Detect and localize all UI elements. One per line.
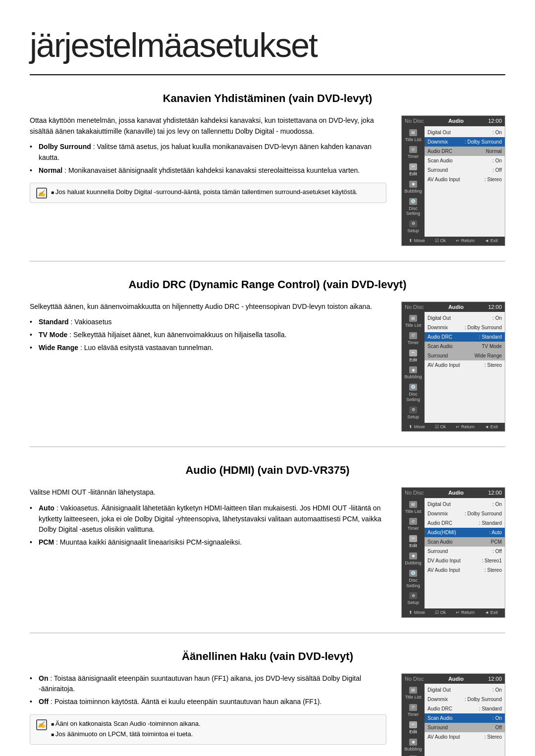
scan-bullets: On : Toistaa äänisignaalit eteenpäin suu…: [30, 673, 386, 707]
tv-footer: ⬆ Move ☑ Ok ↩ Return ◄ Exit: [402, 423, 505, 432]
tv-ui-body: ▤Title List ⏱Timer ✏Edit ◉Bubbling 💿Disc…: [402, 126, 505, 237]
section-scan-ui: No Disc Audio 12:00 ▤Title List ⏱Timer ✏…: [401, 673, 505, 756]
sidebar-edit: ✏Edit: [402, 348, 425, 365]
tv-time: 12:00: [488, 117, 502, 125]
tv-main: Digital Out: On Downmix: Dolby Surround …: [425, 684, 505, 756]
tv-row: Audio DRC: Standard: [425, 518, 505, 528]
tv-row-option: SurroundOff: [425, 723, 505, 732]
section-kanavien-text: Ottaa käyttöön menetelmän, jossa kanavat…: [30, 115, 386, 210]
sidebar-setup: ⚙Setup: [402, 590, 425, 607]
tv-ui-hdmi: No Disc Audio 12:00 ▤Title List ⏱Timer ✏…: [401, 487, 505, 618]
tv-footer: ⬆ Move ☑ Ok ↩ Return ◄ Exit: [402, 608, 505, 617]
title-list-icon: ▤: [409, 129, 417, 136]
tv-time: 12:00: [488, 303, 502, 311]
section-scan: On : Toistaa äänisignaalit eteenpäin suu…: [30, 673, 505, 756]
sidebar-edit: ✏Edit: [402, 533, 425, 551]
divider: [30, 447, 505, 447]
sidebar-setup: ⚙Setup: [402, 404, 425, 422]
sidebar-bubbling: ◉Bubbling: [402, 737, 425, 754]
tv-time: 12:00: [488, 489, 502, 497]
edit-icon: ✏: [409, 350, 417, 356]
sidebar-disc: 💿Disc Setting: [402, 568, 425, 591]
sidebar-bubbling: ◉Bubbling: [402, 364, 425, 382]
footer-return: ↩ Return: [456, 424, 475, 431]
timer-icon: ⏱: [409, 704, 417, 711]
section-title-kanavien: Kanavien Yhdistäminen (vain DVD-levyt): [30, 90, 505, 106]
bullet-item: Wide Range : Luo elävää esitystä vastaav…: [30, 343, 386, 353]
sidebar-timer: ⏱Timer: [402, 330, 425, 348]
tv-ui-header: No Disc Audio 12:00: [402, 488, 505, 498]
sidebar-timer: ⏱Timer: [402, 702, 425, 719]
title-list-icon: ▤: [409, 501, 417, 508]
tv-row: Digital Out: On: [425, 313, 505, 323]
tv-row: Surround: Off: [425, 547, 505, 556]
sidebar-timer: ⏱Timer: [402, 144, 425, 161]
section-audiodrc-text: Selkeyttää äänen, kun äänenvoimakkuutta …: [30, 302, 386, 358]
divider: [30, 633, 505, 633]
dubbing-icon: ◉: [409, 553, 417, 559]
tv-disc-label: No Disc: [405, 489, 424, 497]
note-icon: ✍: [36, 719, 47, 730]
tv-sidebar: ▤Title List ⏱Timer ✏Edit ◉Dubbing 💿Disc …: [402, 498, 425, 609]
footer-ok: ☑ Ok: [435, 424, 446, 431]
setup-icon: ⚙: [409, 220, 417, 227]
footer-exit: ◄ Exit: [484, 424, 497, 431]
tv-main: Digital Out: On Downmix: Dolby Surround …: [425, 126, 505, 237]
title-list-icon: ▤: [409, 687, 417, 694]
tv-row: AV Audio Input: Stereo: [425, 175, 505, 184]
bubbling-icon: ◉: [409, 366, 417, 373]
bullet-item: TV Mode : Selkeyttää hiljaiset äänet, ku…: [30, 330, 386, 341]
tv-row-highlight: Audio DRC: Standard: [425, 332, 505, 342]
sidebar-title-list: ▤Title List: [402, 127, 425, 145]
tv-audio-label: Audio: [448, 675, 464, 683]
footer-ok: ☑ Ok: [435, 238, 446, 245]
tv-row: Scan Audio: On: [425, 156, 505, 165]
section-scan-text: On : Toistaa äänisignaalit eteenpäin suu…: [30, 673, 386, 752]
section-title-hdmi: Audio (HDMI) (vain DVD-VR375): [30, 462, 505, 478]
sidebar-disc: 💿Disc Setting: [402, 382, 425, 404]
bullet-item: Standard : Vakioasetus: [30, 317, 386, 328]
sidebar-edit: ✏Edit: [402, 719, 425, 737]
bullet-item: PCM : Muuntaa kaikki äänisignaalit linea…: [30, 537, 386, 548]
page-title: järjestelmäasetukset: [30, 20, 505, 75]
section-audiodrc-ui: No Disc Audio 12:00 ▤Title List ⏱Timer ✏…: [401, 302, 505, 432]
footer-move: ⬆ Move: [409, 238, 425, 245]
sidebar-setup: ⚙Setup: [402, 218, 425, 236]
tv-ui-header: No Disc Audio 12:00: [402, 674, 505, 684]
note-icon: ✍: [36, 188, 47, 199]
tv-main: Digital Out: On Downmix: Dolby Surround …: [425, 498, 505, 609]
sidebar-bubbling: ◉Bubbling: [402, 179, 425, 196]
tv-audio-label: Audio: [448, 489, 464, 497]
tv-row-highlight: Scan Audio: On: [425, 713, 505, 723]
edit-icon: ✏: [409, 163, 417, 170]
hdmi-body: Valitse HDMI OUT -liitännän lähetystapa.: [30, 487, 386, 498]
footer-ok: ☑ Ok: [435, 609, 446, 616]
bullet-item: Dolby Surround : Valitse tämä asetus, jo…: [30, 142, 386, 163]
tv-main: Digital Out: On Downmix: Dolby Surround …: [425, 312, 505, 423]
tv-disc-label: No Disc: [405, 303, 424, 311]
sidebar-title-list: ▤Title List: [402, 685, 425, 702]
tv-sidebar: ▤Title List ⏱Timer ✏Edit ◉Bubbling 💿Disc…: [402, 126, 425, 237]
bubbling-icon: ◉: [409, 739, 417, 746]
section-kanavien: Ottaa käyttöön menetelmän, jossa kanavat…: [30, 115, 505, 246]
tv-row: Surround: Off: [425, 165, 505, 175]
setup-icon: ⚙: [409, 592, 417, 599]
section-hdmi-ui: No Disc Audio 12:00 ▤Title List ⏱Timer ✏…: [401, 487, 505, 618]
sidebar-dubbing: ◉Dubbing: [402, 551, 425, 568]
tv-time: 12:00: [488, 675, 502, 683]
sidebar-disc: 💿Disc Setting: [402, 754, 425, 756]
tv-footer: ⬆ Move ☑ Ok ↩ Return ◄ Exit: [402, 237, 505, 246]
tv-row-option: SurroundWide Range: [425, 351, 505, 360]
tv-row: DV Audio Input: Stereo1: [425, 556, 505, 565]
setup-icon: ⚙: [409, 406, 417, 413]
disc-icon: 💿: [409, 384, 417, 391]
tv-row: Downmix: Dolby Surround: [425, 509, 505, 518]
scan-note: ✍ Ääni on katkonaista Scan Audio -toimin…: [30, 714, 386, 745]
kanavien-body: Ottaa käyttöön menetelmän, jossa kanavat…: [30, 115, 386, 137]
tv-row: AV Audio Input: Stereo: [425, 360, 505, 370]
audiodrc-bullets: Standard : Vakioasetus TV Mode : Selkeyt…: [30, 317, 386, 353]
kanavien-note: ✍ Jos haluat kuunnella Dolby Digital -su…: [30, 183, 386, 203]
tv-row: AV Audio Input: Stereo: [425, 732, 505, 742]
tv-row: AV Audio Input: Stereo: [425, 565, 505, 575]
audiodrc-body: Selkeyttää äänen, kun äänenvoimakkuutta …: [30, 302, 386, 312]
